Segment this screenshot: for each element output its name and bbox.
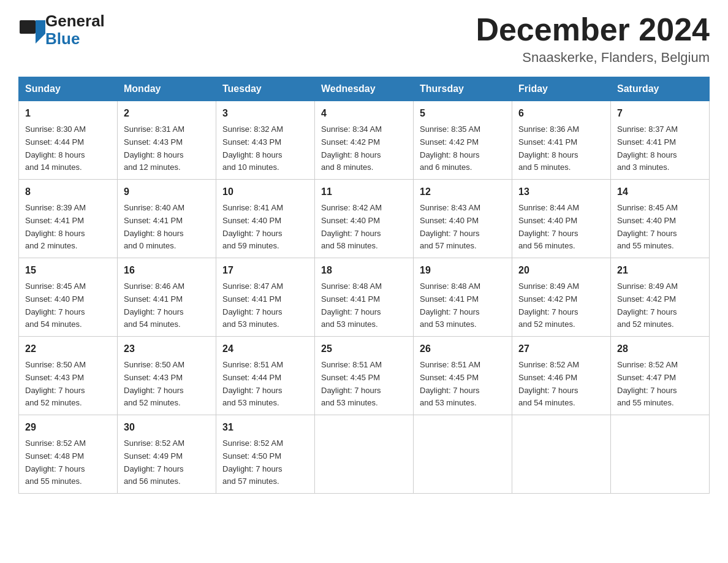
calendar-cell: 16Sunrise: 8:46 AMSunset: 4:41 PMDayligh…	[118, 258, 216, 337]
day-number: 29	[25, 420, 111, 435]
calendar-cell: 18Sunrise: 8:48 AMSunset: 4:41 PMDayligh…	[315, 258, 414, 337]
day-number: 10	[222, 185, 308, 200]
day-number: 15	[25, 263, 111, 278]
day-number: 27	[518, 342, 604, 357]
day-number: 23	[124, 342, 210, 357]
day-info: Sunrise: 8:43 AMSunset: 4:40 PMDaylight:…	[420, 202, 506, 253]
calendar-table: SundayMondayTuesdayWednesdayThursdayFrid…	[18, 77, 710, 494]
weekday-header-tuesday: Tuesday	[216, 77, 315, 101]
calendar-cell: 31Sunrise: 8:52 AMSunset: 4:50 PMDayligh…	[216, 415, 315, 494]
calendar-cell: 26Sunrise: 8:51 AMSunset: 4:45 PMDayligh…	[414, 337, 512, 415]
day-number: 17	[222, 263, 308, 278]
day-info: Sunrise: 8:44 AMSunset: 4:40 PMDaylight:…	[518, 202, 604, 253]
day-number: 12	[420, 185, 506, 200]
calendar-cell: 20Sunrise: 8:49 AMSunset: 4:42 PMDayligh…	[512, 258, 611, 337]
day-info: Sunrise: 8:46 AMSunset: 4:41 PMDaylight:…	[124, 280, 210, 331]
title-area: December 2024 Snaaskerke, Flanders, Belg…	[476, 12, 710, 66]
day-info: Sunrise: 8:35 AMSunset: 4:42 PMDaylight:…	[420, 123, 506, 174]
day-number: 24	[222, 342, 308, 357]
calendar-cell: 17Sunrise: 8:47 AMSunset: 4:41 PMDayligh…	[216, 258, 315, 337]
day-info: Sunrise: 8:45 AMSunset: 4:40 PMDaylight:…	[617, 202, 703, 253]
weekday-header-row: SundayMondayTuesdayWednesdayThursdayFrid…	[19, 77, 710, 101]
day-number: 26	[420, 342, 506, 357]
calendar-cell: 14Sunrise: 8:45 AMSunset: 4:40 PMDayligh…	[611, 180, 710, 258]
day-info: Sunrise: 8:52 AMSunset: 4:49 PMDaylight:…	[124, 437, 210, 488]
day-number: 4	[321, 106, 407, 121]
calendar-week-row: 15Sunrise: 8:45 AMSunset: 4:40 PMDayligh…	[19, 258, 710, 337]
day-info: Sunrise: 8:51 AMSunset: 4:45 PMDaylight:…	[321, 359, 407, 410]
day-number: 31	[222, 420, 308, 435]
calendar-cell	[611, 415, 710, 494]
calendar-cell: 11Sunrise: 8:42 AMSunset: 4:40 PMDayligh…	[315, 180, 414, 258]
calendar-cell	[414, 415, 512, 494]
day-number: 22	[25, 342, 111, 357]
day-info: Sunrise: 8:50 AMSunset: 4:43 PMDaylight:…	[25, 359, 111, 410]
day-info: Sunrise: 8:48 AMSunset: 4:41 PMDaylight:…	[321, 280, 407, 331]
weekday-header-monday: Monday	[118, 77, 216, 101]
page-header: General Blue December 2024 Snaaskerke, F…	[18, 12, 710, 66]
logo-general-text: General	[45, 12, 105, 30]
day-info: Sunrise: 8:52 AMSunset: 4:46 PMDaylight:…	[518, 359, 604, 410]
calendar-cell: 1Sunrise: 8:30 AMSunset: 4:44 PMDaylight…	[19, 101, 118, 180]
calendar-cell: 9Sunrise: 8:40 AMSunset: 4:41 PMDaylight…	[118, 180, 216, 258]
svg-rect-0	[20, 20, 36, 34]
calendar-cell: 2Sunrise: 8:31 AMSunset: 4:43 PMDaylight…	[118, 101, 216, 180]
calendar-cell: 30Sunrise: 8:52 AMSunset: 4:49 PMDayligh…	[118, 415, 216, 494]
calendar-cell: 5Sunrise: 8:35 AMSunset: 4:42 PMDaylight…	[414, 101, 512, 180]
calendar-cell: 7Sunrise: 8:37 AMSunset: 4:41 PMDaylight…	[611, 101, 710, 180]
day-number: 9	[124, 185, 210, 200]
day-info: Sunrise: 8:39 AMSunset: 4:41 PMDaylight:…	[25, 202, 111, 253]
calendar-cell: 13Sunrise: 8:44 AMSunset: 4:40 PMDayligh…	[512, 180, 611, 258]
day-info: Sunrise: 8:49 AMSunset: 4:42 PMDaylight:…	[617, 280, 703, 331]
weekday-header-friday: Friday	[512, 77, 611, 101]
day-info: Sunrise: 8:52 AMSunset: 4:50 PMDaylight:…	[222, 437, 308, 488]
day-number: 5	[420, 106, 506, 121]
day-number: 16	[124, 263, 210, 278]
svg-marker-2	[36, 34, 45, 44]
logo-area: General Blue	[18, 12, 105, 47]
day-number: 2	[124, 106, 210, 121]
day-info: Sunrise: 8:37 AMSunset: 4:41 PMDaylight:…	[617, 123, 703, 174]
calendar-cell: 6Sunrise: 8:36 AMSunset: 4:41 PMDaylight…	[512, 101, 611, 180]
day-info: Sunrise: 8:47 AMSunset: 4:41 PMDaylight:…	[222, 280, 308, 331]
calendar-cell: 12Sunrise: 8:43 AMSunset: 4:40 PMDayligh…	[414, 180, 512, 258]
calendar-cell: 22Sunrise: 8:50 AMSunset: 4:43 PMDayligh…	[19, 337, 118, 415]
day-info: Sunrise: 8:51 AMSunset: 4:44 PMDaylight:…	[222, 359, 308, 410]
day-number: 28	[617, 342, 703, 357]
day-info: Sunrise: 8:52 AMSunset: 4:47 PMDaylight:…	[617, 359, 703, 410]
calendar-week-row: 1Sunrise: 8:30 AMSunset: 4:44 PMDaylight…	[19, 101, 710, 180]
day-number: 30	[124, 420, 210, 435]
calendar-cell: 15Sunrise: 8:45 AMSunset: 4:40 PMDayligh…	[19, 258, 118, 337]
day-info: Sunrise: 8:36 AMSunset: 4:41 PMDaylight:…	[518, 123, 604, 174]
day-info: Sunrise: 8:50 AMSunset: 4:43 PMDaylight:…	[124, 359, 210, 410]
calendar-cell: 27Sunrise: 8:52 AMSunset: 4:46 PMDayligh…	[512, 337, 611, 415]
weekday-header-thursday: Thursday	[414, 77, 512, 101]
weekday-header-sunday: Sunday	[19, 77, 118, 101]
calendar-cell	[315, 415, 414, 494]
calendar-cell: 28Sunrise: 8:52 AMSunset: 4:47 PMDayligh…	[611, 337, 710, 415]
day-number: 8	[25, 185, 111, 200]
day-number: 14	[617, 185, 703, 200]
logo-icon	[18, 17, 45, 44]
day-info: Sunrise: 8:32 AMSunset: 4:43 PMDaylight:…	[222, 123, 308, 174]
day-number: 18	[321, 263, 407, 278]
calendar-week-row: 22Sunrise: 8:50 AMSunset: 4:43 PMDayligh…	[19, 337, 710, 415]
day-info: Sunrise: 8:48 AMSunset: 4:41 PMDaylight:…	[420, 280, 506, 331]
day-info: Sunrise: 8:40 AMSunset: 4:41 PMDaylight:…	[124, 202, 210, 253]
day-number: 3	[222, 106, 308, 121]
calendar-cell: 8Sunrise: 8:39 AMSunset: 4:41 PMDaylight…	[19, 180, 118, 258]
day-number: 11	[321, 185, 407, 200]
calendar-week-row: 8Sunrise: 8:39 AMSunset: 4:41 PMDaylight…	[19, 180, 710, 258]
day-number: 21	[617, 263, 703, 278]
calendar-cell: 29Sunrise: 8:52 AMSunset: 4:48 PMDayligh…	[19, 415, 118, 494]
day-number: 25	[321, 342, 407, 357]
day-number: 6	[518, 106, 604, 121]
calendar-cell: 25Sunrise: 8:51 AMSunset: 4:45 PMDayligh…	[315, 337, 414, 415]
month-title: December 2024	[476, 12, 710, 47]
calendar-week-row: 29Sunrise: 8:52 AMSunset: 4:48 PMDayligh…	[19, 415, 710, 494]
calendar-cell	[512, 415, 611, 494]
day-number: 7	[617, 106, 703, 121]
day-info: Sunrise: 8:42 AMSunset: 4:40 PMDaylight:…	[321, 202, 407, 253]
day-info: Sunrise: 8:45 AMSunset: 4:40 PMDaylight:…	[25, 280, 111, 331]
day-number: 20	[518, 263, 604, 278]
